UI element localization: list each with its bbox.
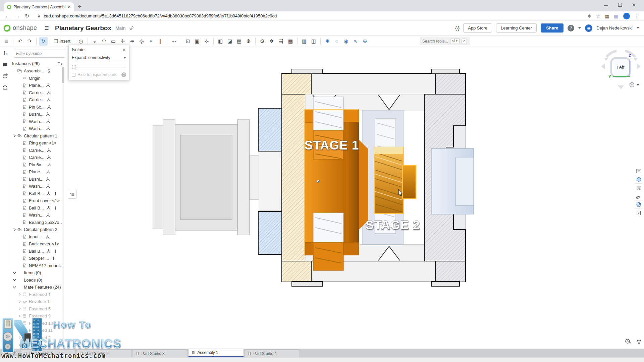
stage2-sun-gear[interactable] [374,147,416,214]
extensions-icon[interactable]: ▦ [605,13,609,19]
window-minimize-icon[interactable] [604,3,608,6]
standard-content-icon[interactable]: ▤ [235,37,244,46]
planar-mate-icon[interactable]: ▭ [109,37,118,46]
in-context-icon[interactable]: ◪ [225,37,234,46]
share-link-icon[interactable] [129,25,134,31]
tree-item[interactable]: Circular pattern 1 [10,132,65,140]
filter-input[interactable] [14,50,65,58]
tree-item[interactable]: Bushi... [10,176,65,183]
tree-item[interactable]: Circular pattern 2 [10,226,65,233]
chevron-right-icon[interactable] [17,321,22,325]
share-button[interactable]: Share [541,23,564,33]
pattern-icon[interactable]: ❋ [244,37,253,46]
chevron-right-icon[interactable] [17,314,22,318]
hide-transparent-checkbox[interactable] [72,73,75,77]
browser-tab[interactable]: Planetary Gearbox | Assembly 1 ✕ [4,2,74,11]
browser-back-icon[interactable]: ← [5,13,10,19]
sidebar-scrollbar[interactable] [62,63,64,345]
tree-item[interactable]: Wash... [10,118,65,125]
tree-item[interactable]: Fastened 5 [10,305,65,313]
tree-item[interactable]: Carrie... [10,96,65,104]
group-icon[interactable]: ▣ [193,37,202,46]
tree-item[interactable]: Pin 6x... [10,161,65,169]
performance-timer-icon[interactable] [2,84,8,90]
tree-item[interactable]: Input ... [10,233,65,241]
tree-section-header[interactable]: Loads (0) [10,277,65,284]
tree-item[interactable]: Bushi... [10,111,65,118]
chevron-down-icon[interactable] [12,278,17,282]
chevron-right-icon[interactable] [17,343,22,347]
tree-item[interactable]: Front cover <1> [10,197,65,204]
mate-connector-icon[interactable]: ⊹ [202,37,211,46]
graphics-viewport[interactable]: STAGE 1 STAGE 2 Left Z Y c [65,47,644,349]
gearbox-cross-section[interactable]: STAGE 1 STAGE 2 [148,69,483,295]
tree-item[interactable]: Ball B... [10,204,65,212]
history-icon[interactable]: ◷ [76,37,85,46]
window-close-icon[interactable]: ✕ [632,3,636,7]
tree-item[interactable]: Fastened 9 [10,312,65,320]
add-folder-icon[interactable] [57,61,63,66]
element-tab-part-studio-2[interactable]: Part Studio 2 [76,349,132,357]
help-icon[interactable]: ? [568,25,574,32]
tree-item[interactable]: Assembl... [10,67,65,75]
featurescript-icon[interactable]: {·} [455,25,459,31]
redo-icon[interactable]: ↷ [25,37,34,46]
tree-item[interactable]: Fastened 1 [10,291,65,298]
chevron-right-icon[interactable] [17,335,22,340]
insert-part-icon[interactable]: ◧ [216,37,225,46]
user-menu-caret-icon[interactable] [637,27,639,29]
tree-item[interactable]: Wash... [10,212,65,219]
slider-thumb[interactable] [72,65,76,69]
chevron-down-icon[interactable] [12,285,17,290]
mass-properties-icon[interactable] [635,200,643,209]
tree-item[interactable]: Bearing 25x37x7m... [10,219,65,226]
tree-item[interactable]: Ball B... [10,190,65,197]
reading-list-icon[interactable]: ▥ [614,13,619,19]
cylindrical-mate-icon[interactable]: ◎ [137,37,146,46]
share-page-icon[interactable]: ❖ [587,13,591,19]
snap-mode-icon[interactable]: ↝ [170,37,178,46]
isolate-expand-dropdown[interactable]: Expand: connectivity [72,55,126,61]
appearance-panel-icon[interactable]: ? [2,73,8,79]
animate-icon[interactable]: ∿ [351,37,360,46]
tree-item[interactable]: NEMA17 mount <1> [10,262,65,269]
search-tools[interactable]: Search tools... alt c [420,37,470,45]
isometric-view-icon[interactable] [635,175,643,184]
tree-item[interactable]: Ring gear <1> [10,139,65,147]
tree-item[interactable]: Pin 6x... [10,104,65,111]
pin-slot-mate-icon[interactable]: ⌖ [147,37,155,46]
tree-item[interactable]: Carrie... [10,154,65,161]
tree-item[interactable]: Wash... [10,183,65,190]
section-view-icon[interactable] [635,184,643,192]
mate-icon[interactable]: ◒ [90,37,99,46]
sheet-metal-icon[interactable]: ▥ [300,37,309,46]
comment-icon[interactable] [2,62,8,68]
tree-item[interactable]: Plane... [10,168,65,176]
view-options-menu[interactable] [629,81,639,88]
replicate-icon[interactable]: ▦ [286,37,295,46]
named-positions-icon[interactable]: ◌ [332,37,341,46]
app-store-button[interactable]: App Store [463,23,492,33]
element-tab-part-studio-4[interactable]: Part Studio 4 [244,349,300,357]
insert-button[interactable]: ❏Insert [53,37,71,46]
tree-section-header[interactable]: Mate Features (24) [10,284,65,291]
chevron-right-icon[interactable] [17,306,22,311]
parallel-mate-icon[interactable]: ∥ [156,37,165,46]
workspace-branch[interactable]: Main [115,25,125,31]
onshape-logo[interactable]: onshape [3,24,37,32]
tree-item[interactable]: Revolute ... [10,341,65,349]
frame-icon[interactable]: ◫ [309,37,318,46]
measure-distance-icon[interactable] [635,192,643,200]
tree-item[interactable]: Wash... [10,125,65,132]
bookmark-star-icon[interactable]: ☆ [596,13,600,19]
explode-view-icon[interactable]: ✺ [323,37,332,46]
stage1-carrier[interactable] [305,97,368,270]
chevron-right-icon[interactable] [12,133,17,138]
undo-icon[interactable]: ↶ [16,37,24,46]
tab-close-icon[interactable]: ✕ [67,4,71,9]
rotate-view-icon[interactable]: ↻ [39,37,48,46]
chevron-down-icon[interactable] [12,270,17,275]
slider-track[interactable] [72,67,125,67]
chevron-right-icon[interactable] [17,328,22,333]
gear-relation-icon[interactable]: ⚙ [258,37,267,46]
